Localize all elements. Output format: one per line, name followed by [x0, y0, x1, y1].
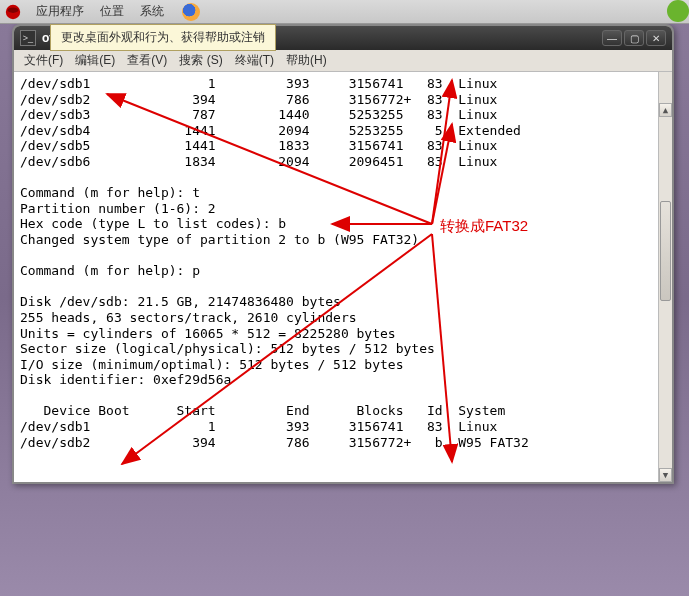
distro-logo-icon	[4, 3, 22, 21]
terminal-menubar: 文件(F) 编辑(E) 查看(V) 搜索 (S) 终端(T) 帮助(H)	[14, 50, 672, 72]
panel-menu-places[interactable]: 位置	[92, 1, 132, 22]
close-button[interactable]: ✕	[646, 30, 666, 46]
firefox-launcher-icon[interactable]	[182, 3, 200, 21]
panel-menu-applications[interactable]: 应用程序	[28, 1, 92, 22]
maximize-button[interactable]: ▢	[624, 30, 644, 46]
scrollbar-thumb[interactable]	[660, 201, 671, 301]
menu-search[interactable]: 搜索 (S)	[173, 50, 228, 71]
menu-help[interactable]: 帮助(H)	[280, 50, 333, 71]
scrollbar-track[interactable]	[659, 86, 672, 468]
minimize-button[interactable]: —	[602, 30, 622, 46]
menu-file[interactable]: 文件(F)	[18, 50, 69, 71]
system-menu-tooltip: 更改桌面外观和行为、获得帮助或注销	[50, 24, 276, 51]
svg-point-1	[8, 7, 19, 12]
vertical-scrollbar[interactable]: ▲ ▼	[658, 72, 672, 482]
panel-menu-system[interactable]: 系统	[132, 1, 172, 22]
terminal-output[interactable]: /dev/sdb1 1 393 3156741 83 Linux /dev/sd…	[14, 72, 672, 482]
desktop-top-panel: 应用程序 位置 系统	[0, 0, 689, 24]
scroll-down-button[interactable]: ▼	[659, 468, 672, 482]
notification-badge-icon	[667, 0, 689, 22]
terminal-icon: >_	[20, 30, 36, 46]
terminal-window: >_ ot@c6-1:/dev — ▢ ✕ 文件(F) 编辑(E) 查看(V) …	[12, 24, 674, 484]
menu-edit[interactable]: 编辑(E)	[69, 50, 121, 71]
menu-terminal[interactable]: 终端(T)	[229, 50, 280, 71]
terminal-text: /dev/sdb1 1 393 3156741 83 Linux /dev/sd…	[20, 76, 666, 450]
menu-view[interactable]: 查看(V)	[121, 50, 173, 71]
